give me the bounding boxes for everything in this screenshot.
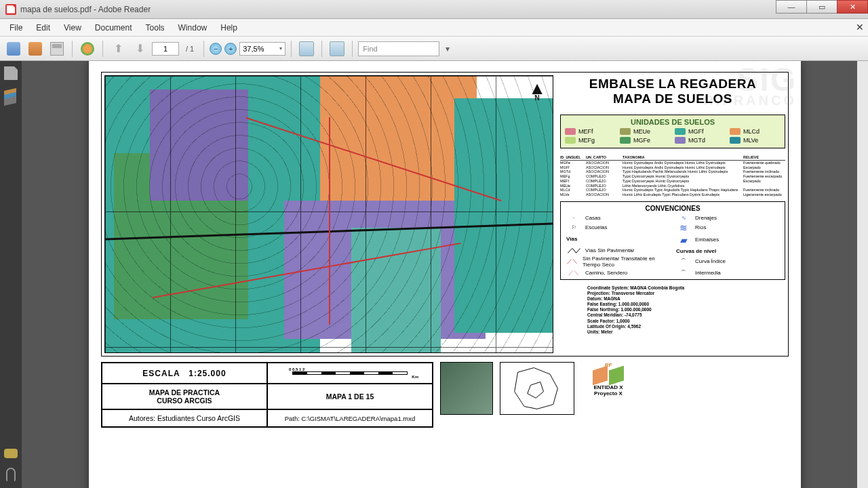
legend-item: MLCd [730, 128, 781, 135]
legend-item: MEFg [565, 137, 616, 144]
close-button[interactable]: ✕ [837, 0, 868, 14]
swatch-icon [675, 128, 686, 135]
location-photo [440, 362, 493, 415]
table-row: MGTdASOCIACIONTypic Hapludands Pachic Me… [560, 169, 785, 174]
layers-panel-icon[interactable] [4, 89, 18, 103]
dry-road-icon: ／＼ [566, 258, 578, 265]
reservoir-icon: ▰ [676, 235, 691, 245]
attachments-panel-icon[interactable] [6, 468, 16, 481]
page-total-label: / 1 [182, 45, 198, 53]
path-icon: ／＼ [566, 269, 581, 277]
zoom-value: 37,5% [243, 45, 264, 53]
menu-document[interactable]: Document [88, 20, 139, 35]
next-page-button[interactable]: ⬇ [130, 39, 149, 58]
toolbar: ⬆ ⬇ 1 / 1 − + 37,5% Find ▾ [0, 37, 868, 61]
separator [321, 41, 322, 57]
swatch-icon [565, 128, 576, 135]
fit-width-icon [299, 41, 314, 56]
map-title: EMBALSE LA REGADERA MAPA DE SUELOS [560, 75, 785, 110]
collaborate-button[interactable] [78, 39, 97, 58]
legend-item: MGFe [620, 137, 671, 144]
cube-icon [609, 365, 624, 385]
legend-title: UNIDADES DE SUELOS [565, 118, 781, 126]
document-viewport[interactable]: SIGR.FRANCO [22, 61, 868, 488]
entity-logo: RF ENTIDAD XProyecto X [581, 362, 635, 428]
separator [291, 41, 292, 57]
minimize-button[interactable]: — [776, 0, 807, 14]
menu-tools[interactable]: Tools [139, 20, 172, 35]
fit-width-button[interactable] [297, 39, 316, 58]
menu-edit[interactable]: Edit [29, 20, 57, 35]
printer-color-icon [28, 42, 42, 56]
app-icon [5, 4, 16, 15]
printer-icon [7, 42, 20, 56]
titlebar: mapa de suelos.pdf - Adobe Reader — ▭ ✕ [0, 0, 868, 19]
scale-bar: 0 0,5 1 2 Km [267, 363, 433, 384]
table-row: MGFeASOCIACIONHumic Dystrudepts Andic Dy… [560, 161, 785, 165]
envelope-icon [50, 42, 64, 56]
legend-item: MEFf [565, 128, 616, 135]
print-button[interactable] [4, 39, 23, 58]
zoom-in-button[interactable]: + [224, 43, 237, 55]
comments-panel-icon[interactable] [4, 449, 18, 458]
separator [203, 41, 204, 57]
taxonomy-table: ID_UNSUELUN_CARTO TAXONOMIARELIEVE MGFeA… [560, 155, 785, 197]
fit-page-button[interactable] [328, 39, 347, 58]
find-dropdown[interactable]: ▾ [442, 44, 453, 54]
vertical-scrollbar[interactable] [857, 61, 868, 488]
separator [72, 41, 73, 57]
find-input[interactable]: Find [358, 41, 439, 56]
swatch-icon [675, 137, 686, 144]
document-close-icon[interactable]: ✕ [854, 22, 865, 33]
table-row: MGFfASOCIACIONHumic Dystrudepts Andic Dy… [560, 165, 785, 170]
index-contour-icon: ⌒ [676, 258, 691, 265]
conventions-title: CONVENCIONES [566, 205, 779, 212]
pdf-page: SIGR.FRANCO [89, 61, 801, 488]
swatch-icon [730, 137, 741, 144]
legend-item: MLVe [730, 137, 781, 144]
table-row: MEFgCOMPLEJOTypic Dystrocryepts Humic Dy… [560, 174, 785, 179]
print-setup-button[interactable] [26, 39, 45, 58]
swatch-icon [620, 137, 631, 144]
window-title: mapa de suelos.pdf - Adobe Reader [20, 5, 151, 14]
page-number-input[interactable]: 1 [152, 42, 179, 56]
table-row: MLVeASOCIACIONHumic Lithic Eutrudepts Ty… [560, 192, 785, 197]
sidebar [0, 61, 22, 488]
intermediate-contour-icon: ⌒ [676, 269, 691, 277]
swatch-icon [730, 128, 741, 135]
email-button[interactable] [47, 39, 66, 58]
menu-window[interactable]: Window [172, 20, 214, 35]
separator [352, 41, 353, 57]
zoom-out-button[interactable]: − [210, 43, 222, 55]
zoom-level-select[interactable]: 37,5% [239, 42, 285, 56]
map-footer: ESCALA 1:25.000 0 0,5 1 2 Km MAPA DE PRA… [101, 362, 789, 428]
locator-map [500, 362, 574, 415]
pages-panel-icon[interactable] [4, 66, 18, 80]
drainage-icon: ∿ [676, 215, 691, 221]
table-row: MEFfCOMPLEJOTypic Dystrocryepts Humic Dy… [560, 179, 785, 184]
coordinate-system-info: Coordinate System: MAGNA Colombia Bogota… [560, 284, 785, 336]
soil-units-legend: UNIDADES DE SUELOS MEFfMEUeMGFfMLCdMEFgM… [560, 115, 785, 148]
conventions-box: CONVENCIONES ·Casas ∿Drenajes ⚐Escuelas … [560, 201, 785, 280]
collaborate-icon [81, 42, 94, 56]
river-icon: ≋ [676, 222, 691, 233]
menu-view[interactable]: View [57, 20, 88, 35]
swatch-icon [565, 137, 576, 144]
cube-icon [593, 365, 608, 385]
menu-file[interactable]: File [3, 20, 29, 35]
menu-help[interactable]: Help [214, 20, 244, 35]
maximize-button[interactable]: ▭ [806, 0, 837, 14]
separator [102, 41, 103, 57]
north-arrow-icon: ▲N [528, 81, 546, 101]
prev-page-button[interactable]: ⬆ [108, 39, 127, 58]
school-icon: ⚐ [566, 224, 581, 230]
house-icon: · [566, 215, 581, 221]
legend-item: MGFf [675, 128, 726, 135]
info-table: ESCALA 1:25.000 0 0,5 1 2 Km MAPA DE PRA… [101, 362, 433, 428]
map-layout-frame: ▲N EMBALSE LA REGADERA MAPA DE SUELOS UN… [101, 72, 789, 357]
soil-map: ▲N [104, 75, 553, 353]
swatch-icon [620, 128, 631, 135]
table-row: MEUeCOMPLEJOLithic Melanocryands Lithic … [560, 184, 785, 188]
legend-item: MGTd [675, 137, 726, 144]
menubar: File Edit View Document Tools Window Hel… [0, 19, 868, 37]
